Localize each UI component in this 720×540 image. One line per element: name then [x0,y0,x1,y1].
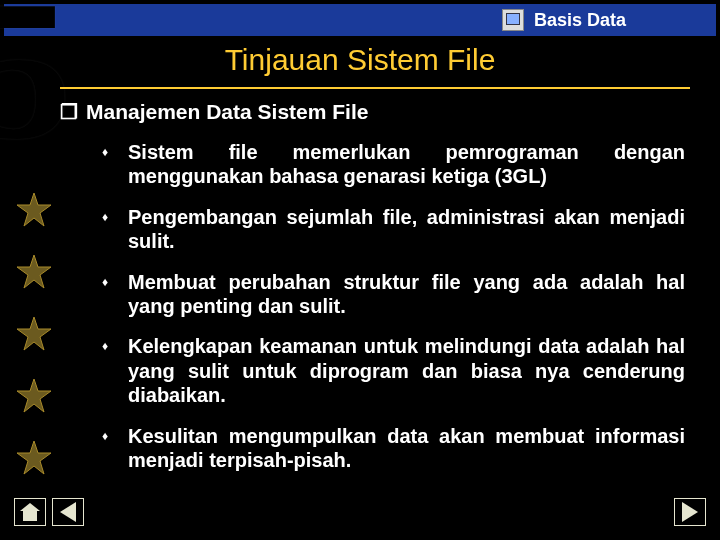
svg-marker-4 [17,441,51,474]
next-icon [682,502,698,522]
bullet-list: Sistem file memerlukan pemrograman denga… [60,140,685,472]
star-icon [16,378,52,414]
slide-number: 5 [0,0,62,170]
title-divider [60,87,690,89]
star-icon [16,192,52,228]
svg-marker-1 [17,255,51,288]
list-item: Membuat perubahan struktur file yang ada… [102,270,685,319]
list-item: Kelengkapan keamanan untuk melindungi da… [102,334,685,407]
slide-title: Tinjauan Sistem File [0,43,720,77]
svg-marker-2 [17,317,51,350]
header-bar: Basis Data [4,4,716,36]
computer-icon [502,9,524,31]
star-icon [16,254,52,290]
star-icon [16,316,52,352]
nav-next-button[interactable] [674,498,706,526]
content-area: ❐ Manajemen Data Sistem File Sistem file… [60,100,685,488]
nav-home-button[interactable] [14,498,46,526]
svg-marker-3 [17,379,51,412]
book-icon: ❐ [60,100,78,124]
list-item: Pengembangan sejumlah file, administrasi… [102,205,685,254]
list-item: Sistem file memerlukan pemrograman denga… [102,140,685,189]
list-item: Kesulitan mengumpulkan data akan membuat… [102,424,685,473]
sub-heading: ❐ Manajemen Data Sistem File [60,100,685,124]
svg-marker-0 [17,193,51,226]
nav-prev-button[interactable] [52,498,84,526]
header-label: Basis Data [534,10,626,31]
star-icon [16,440,52,476]
prev-icon [60,502,76,522]
sub-heading-text: Manajemen Data Sistem File [86,100,368,124]
home-icon [20,503,40,521]
